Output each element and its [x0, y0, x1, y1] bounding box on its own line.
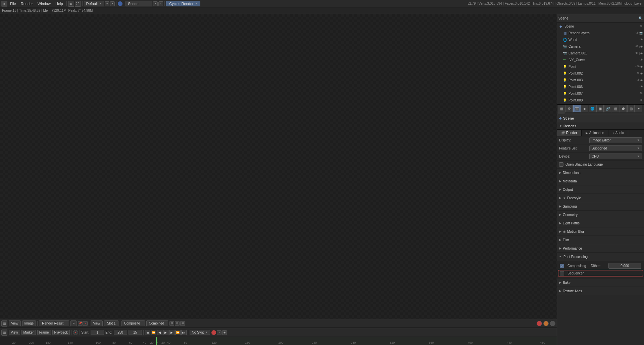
point008-eye-icon[interactable]: 👁: [640, 98, 643, 102]
point-eye-icon[interactable]: 👁: [637, 65, 640, 68]
timeline-view-btn[interactable]: View: [9, 330, 20, 335]
panel-icon-1[interactable]: ▦: [558, 105, 565, 112]
step-back-btn[interactable]: ◀: [157, 330, 162, 335]
render-engine-selector[interactable]: Cycles Render ▼: [166, 1, 200, 6]
timeline-playback-btn[interactable]: Playback: [52, 330, 70, 335]
timeline-editor-icon[interactable]: ▦: [1, 330, 7, 336]
zoom-icon[interactable]: ⊟: [175, 321, 180, 326]
menu-window[interactable]: Window: [36, 1, 53, 6]
eye-icon[interactable]: 👁: [640, 25, 643, 28]
start-frame-input[interactable]: 1: [91, 330, 104, 335]
outliner-item-camera[interactable]: 📷 Camera 👁 | ◉: [557, 43, 644, 50]
point003-vis-icon[interactable]: ◉: [640, 79, 643, 82]
panel-icon-2[interactable]: ⚙: [565, 105, 573, 112]
sampling-header[interactable]: ▶ Sampling: [557, 202, 644, 210]
pin-icon[interactable]: 📌: [78, 321, 83, 326]
bake-header[interactable]: ▶ Bake: [557, 278, 644, 287]
point006-eye-icon[interactable]: 👁: [640, 85, 643, 88]
jump-end-btn[interactable]: ⏭: [181, 330, 187, 335]
outliner-item-point002[interactable]: 💡 Point.002 👁 ◉: [557, 70, 644, 77]
metadata-header[interactable]: ▶ Metadata: [557, 177, 644, 185]
texture-icon[interactable]: ▧: [627, 105, 635, 112]
performance-header[interactable]: ▶ Performance: [557, 244, 644, 252]
ivy-eye-icon[interactable]: 👁: [640, 58, 643, 61]
cancel-render-icon[interactable]: ×: [83, 321, 88, 326]
end-frame-input[interactable]: 250: [114, 330, 127, 335]
step-forward-btn[interactable]: ▶: [169, 330, 175, 335]
color-management-icon[interactable]: [118, 1, 122, 6]
point003-eye-icon[interactable]: 👁: [637, 78, 640, 82]
geometry-header[interactable]: ▶ Geometry: [557, 211, 644, 219]
zoom-out-icon[interactable]: ⊞: [180, 321, 185, 326]
post-processing-header[interactable]: ▼ Post Processing: [557, 253, 644, 261]
timeline-marker-btn[interactable]: Marker: [21, 330, 36, 335]
outliner-item-renderlayers[interactable]: ▦ RenderLayers 👁 📷: [557, 30, 644, 36]
slot-selector[interactable]: Slot 1: [104, 320, 119, 326]
scene-add-icon[interactable]: +: [153, 1, 158, 6]
rl-eye-icon[interactable]: 👁: [636, 31, 639, 35]
outliner-item-point[interactable]: 💡 Point · 👁 ◉: [557, 63, 644, 70]
motion-blur-header[interactable]: ▶ ◉ Motion Blur: [557, 227, 644, 235]
camera001-vis-icon[interactable]: ◉: [640, 52, 643, 55]
scene-props-icon[interactable]: ◆: [581, 105, 588, 112]
texture-atlas-header[interactable]: ▶ Texture Atlas: [557, 287, 644, 295]
autokey-icon[interactable]: ●: [73, 330, 78, 335]
close-small-icon[interactable]: ×: [110, 1, 115, 6]
sequencer-checkbox[interactable]: [560, 271, 564, 275]
world-props-icon[interactable]: 🌐: [589, 105, 596, 112]
playhead[interactable]: [156, 337, 157, 345]
f-button[interactable]: F: [70, 320, 77, 326]
camera-eye-icon[interactable]: 👁: [635, 45, 638, 48]
audio-icon[interactable]: ♪: [217, 330, 221, 335]
jump-next-keyframe-btn[interactable]: ⏩: [175, 330, 181, 335]
jump-prev-keyframe-btn[interactable]: ⏪: [151, 330, 156, 335]
light-paths-header[interactable]: ▶ Light Paths: [557, 219, 644, 227]
warning-btn[interactable]: [543, 321, 549, 326]
outliner-item-point006[interactable]: 💡 Point.006 👁: [557, 83, 644, 90]
point007-eye-icon[interactable]: 👁: [640, 92, 643, 95]
scene-close-icon[interactable]: ×: [158, 1, 163, 6]
film-header[interactable]: ▶ Film: [557, 236, 644, 244]
freestyle-header[interactable]: ▶ ★ Freestyle: [557, 194, 644, 202]
mode-selector[interactable]: Default ▼: [84, 1, 104, 6]
osl-checkbox[interactable]: [559, 162, 563, 167]
rec-dot[interactable]: [211, 330, 216, 335]
outliner-item-point008[interactable]: 💡 Point.008 👁: [557, 97, 644, 103]
tab-animation[interactable]: ▶ Animation: [582, 130, 608, 136]
fullscreen-icon[interactable]: ⛶: [75, 1, 81, 7]
editor-type-icon[interactable]: ▦: [68, 1, 74, 7]
jump-start-btn[interactable]: ⏮: [145, 330, 150, 335]
add-icon[interactable]: +: [105, 1, 109, 6]
outliner-item-ivy-curve[interactable]: 〜 IVY_Curve 👁: [557, 56, 644, 63]
outliner-item-camera001[interactable]: 📷 Camera.001 👁 | ◉: [557, 50, 644, 56]
menu-render[interactable]: Render: [19, 1, 35, 6]
point002-eye-icon[interactable]: 👁: [637, 72, 640, 75]
compositing-checkbox[interactable]: ✓: [560, 264, 564, 268]
view-menu-btn[interactable]: View: [9, 320, 21, 326]
timeline-ruler[interactable]: -20 -200 -180 -140 -100 -80 -60 -40 -20 …: [0, 337, 557, 345]
dimensions-header[interactable]: ▶ Dimensions: [557, 169, 644, 177]
object-props-icon[interactable]: ▣: [596, 105, 604, 112]
editor-icon-bottom[interactable]: ▦: [1, 320, 7, 327]
constraints-icon[interactable]: 🔗: [604, 105, 611, 112]
outliner-item-world[interactable]: 🌐 World 👁: [557, 36, 644, 43]
camera001-extra-icon[interactable]: |: [639, 52, 640, 55]
camera001-eye-icon[interactable]: 👁: [635, 51, 638, 55]
point002-vis-icon[interactable]: ◉: [640, 72, 643, 75]
data-icon[interactable]: ▤: [612, 105, 619, 112]
outliner-search-icon[interactable]: 🔍: [639, 16, 643, 20]
sync-selector[interactable]: No Sync ▼: [190, 330, 210, 335]
view2-btn[interactable]: View: [91, 320, 103, 326]
image-menu-btn[interactable]: Image: [22, 320, 36, 326]
record-btn[interactable]: [537, 321, 542, 326]
camera-vis-icon[interactable]: ◉: [640, 45, 643, 48]
point-vis-icon[interactable]: ◉: [640, 65, 643, 68]
dither-value[interactable]: 0.000: [608, 263, 642, 269]
zoom-fit-icon[interactable]: ⊞: [169, 321, 174, 326]
world-eye-icon[interactable]: 👁: [640, 38, 643, 41]
viewport[interactable]: ▦ View Image Render Result F 📌 × View Sl…: [0, 14, 557, 328]
render-result-selector[interactable]: Render Result: [39, 320, 69, 326]
tab-audio[interactable]: ♪ Audio: [608, 130, 628, 136]
particles-icon[interactable]: ✦: [635, 105, 642, 112]
info-btn[interactable]: [550, 321, 555, 326]
